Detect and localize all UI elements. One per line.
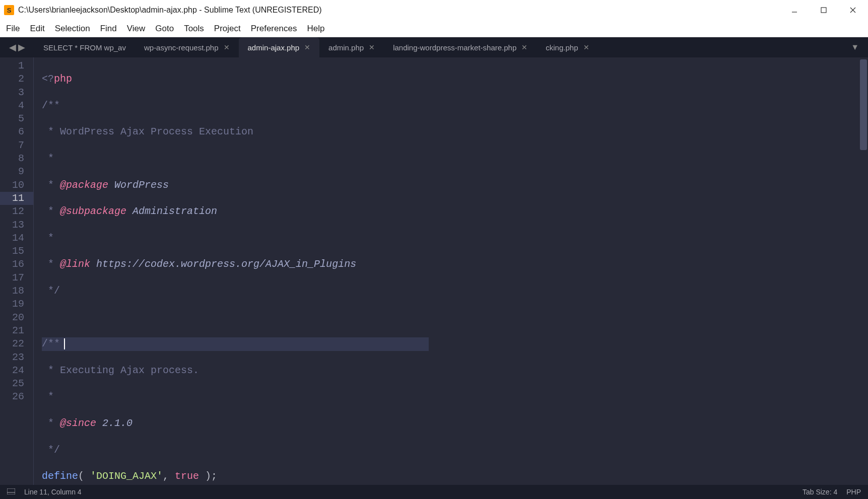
text-cursor	[64, 338, 65, 349]
close-icon[interactable]: ✕	[304, 43, 310, 51]
tab-label: wp-async-request.php	[144, 43, 219, 52]
close-icon[interactable]: ✕	[369, 43, 375, 51]
status-position[interactable]: Line 11, Column 4	[24, 488, 82, 496]
vertical-scrollbar[interactable]	[860, 59, 867, 150]
menu-help[interactable]: Help	[307, 24, 324, 34]
close-icon[interactable]: ✕	[583, 43, 589, 51]
tab-cking[interactable]: cking.php ✕	[537, 37, 598, 57]
svg-rect-4	[7, 488, 15, 494]
nav-back-icon[interactable]: ◀	[9, 42, 16, 53]
code-content[interactable]: <?php /** * WordPress Ajax Process Execu…	[34, 57, 429, 485]
nav-forward-icon[interactable]: ▶	[18, 42, 25, 53]
maximize-button[interactable]	[817, 3, 831, 17]
menu-goto[interactable]: Goto	[155, 24, 174, 34]
tab-label: admin.php	[328, 43, 364, 52]
nav-arrows: ◀ ▶	[0, 37, 34, 57]
tab-wp-async-request[interactable]: wp-async-request.php ✕	[135, 37, 239, 57]
close-icon[interactable]: ✕	[224, 43, 230, 51]
tab-label: SELECT * FROM wp_av	[43, 43, 126, 52]
menu-selection[interactable]: Selection	[55, 24, 90, 34]
tab-admin[interactable]: admin.php ✕	[319, 37, 384, 57]
line-number-gutter: 12345 678910 1112131415 1617181920 21222…	[0, 57, 34, 485]
menu-tools[interactable]: Tools	[184, 24, 204, 34]
window-title: C:\Users\brianleejackson\Desktop\admin-a…	[18, 6, 787, 15]
window-controls	[787, 3, 864, 17]
title-bar: S C:\Users\brianleejackson\Desktop\admin…	[0, 0, 868, 20]
panel-switcher-icon[interactable]	[7, 488, 15, 495]
close-icon[interactable]: ✕	[521, 43, 527, 51]
menu-file[interactable]: File	[6, 24, 20, 34]
tab-label: landing-wordpress-market-share.php	[393, 43, 516, 52]
chevron-down-icon: ▼	[851, 43, 859, 52]
menu-project[interactable]: Project	[214, 24, 241, 34]
status-language[interactable]: PHP	[846, 488, 861, 496]
menu-edit[interactable]: Edit	[30, 24, 44, 34]
status-tabsize[interactable]: Tab Size: 4	[803, 488, 837, 496]
status-bar: Line 11, Column 4 Tab Size: 4 PHP	[0, 485, 868, 499]
app-icon: S	[4, 5, 14, 15]
svg-rect-1	[821, 8, 826, 13]
tab-label: cking.php	[546, 43, 578, 52]
close-button[interactable]	[846, 3, 860, 17]
tab-overflow-dropdown[interactable]: ▼	[842, 37, 868, 57]
tab-admin-ajax[interactable]: admin-ajax.php ✕	[239, 37, 320, 57]
tab-landing-wordpress[interactable]: landing-wordpress-market-share.php ✕	[384, 37, 537, 57]
menu-view[interactable]: View	[127, 24, 146, 34]
editor-area[interactable]: 12345 678910 1112131415 1617181920 21222…	[0, 57, 868, 485]
minimize-button[interactable]	[787, 3, 802, 17]
menu-bar: File Edit Selection Find View Goto Tools…	[0, 20, 868, 37]
menu-preferences[interactable]: Preferences	[251, 24, 297, 34]
tab-select-query[interactable]: SELECT * FROM wp_av	[34, 37, 135, 57]
menu-find[interactable]: Find	[100, 24, 117, 34]
tab-bar: ◀ ▶ SELECT * FROM wp_av wp-async-request…	[0, 37, 868, 57]
tab-label: admin-ajax.php	[248, 43, 300, 52]
